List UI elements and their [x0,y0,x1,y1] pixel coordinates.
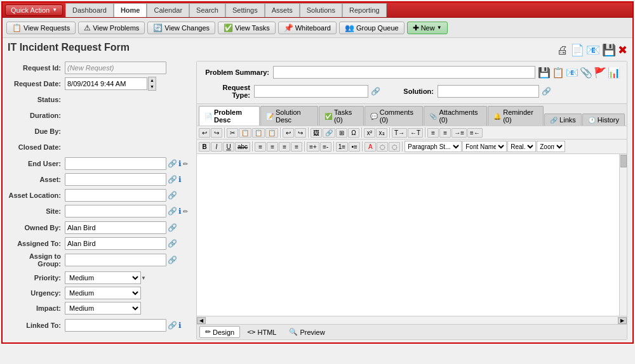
rte-undo2-btn[interactable]: ↩ [283,128,294,138]
flag-icon[interactable]: 🚩 [594,67,606,79]
bottom-tab-preview[interactable]: 🔍 Preview [283,326,330,338]
rte-ol-btn[interactable]: ≡ [427,128,439,138]
solution-link-icon[interactable]: 🔗 [542,87,551,96]
request-type-input[interactable] [254,85,368,98]
print-icon[interactable]: 🖨 [557,44,568,57]
rte-ul-btn[interactable]: ≡ [439,128,451,138]
nav-tab-reporting[interactable]: Reporting [342,3,387,17]
rte-redo2-btn[interactable]: ↪ [295,128,306,138]
rte-cut-btn[interactable]: ✂ [227,128,238,138]
new-button[interactable]: ✚ New ▼ [407,22,448,34]
rte-align-right-btn[interactable]: ≡ [279,142,290,152]
editor-content-area[interactable] [197,154,619,316]
rte-link-btn[interactable]: 🔗 [323,128,335,138]
rte-redo-btn[interactable]: ↪ [211,128,222,138]
asset-link-icon[interactable]: 🔗 [168,175,177,184]
rte-sup-btn[interactable]: x² [364,128,375,138]
nav-tab-search[interactable]: Search [189,3,225,17]
request-date-input[interactable] [65,77,147,90]
paragraph-style-select[interactable]: Paragraph St... [404,141,462,152]
view-requests-button[interactable]: 📋 View Requests [6,22,76,34]
asset-location-link-icon[interactable]: 🔗 [168,191,177,200]
rte-paste-text-btn[interactable]: 📋 [265,128,278,138]
tab-comments[interactable]: 💬 Comments (0) [364,106,424,126]
rte-sub-btn[interactable]: x₂ [376,128,387,138]
asset-location-input[interactable] [65,189,166,202]
rte-paste-btn[interactable]: 📋 [252,128,265,138]
assigned-to-input[interactable] [65,237,166,250]
email-form-icon[interactable]: 📧 [566,67,578,79]
close-icon[interactable]: ✖ [618,43,627,57]
end-user-input[interactable] [65,157,166,170]
owned-by-link-icon[interactable]: 🔗 [168,223,177,232]
rte-align-center-btn[interactable]: ≡ [267,142,278,152]
rte-strikethrough-btn[interactable]: abc [235,142,250,152]
tab-reminder[interactable]: 🔔 Reminder (0) [488,106,544,126]
email-icon[interactable]: 📧 [586,43,600,57]
datetime-spinner[interactable]: ▲ ▼ [148,77,156,91]
rte-img-btn[interactable]: 🖼 [311,128,322,138]
font-size-select[interactable]: Real... [507,141,536,152]
assign-group-input[interactable] [65,254,166,266]
view-problems-button[interactable]: ⚠ View Problems [78,22,145,34]
rte-clear-format-btn[interactable]: ◌ [389,142,400,152]
rte-ol2-btn[interactable]: 1≡ [336,142,348,152]
rte-inc-indent-btn[interactable]: ≡+ [307,142,319,152]
rte-font-color-btn[interactable]: A [364,142,376,152]
rte-outdent-btn[interactable]: ≡← [467,128,483,138]
request-id-input[interactable] [65,62,166,74]
view-tasks-button[interactable]: ✅ View Tasks [218,22,276,34]
assign-group-link-icon[interactable]: 🔗 [168,256,177,264]
rte-undo-btn[interactable]: ↩ [199,128,210,138]
nav-tab-assets[interactable]: Assets [265,3,300,17]
rte-symbol-btn[interactable]: Ω [348,128,359,138]
tab-solution-desc[interactable]: 📝 Solution Desc [260,106,318,126]
rte-rtl-btn[interactable]: ←T [408,128,423,138]
scroll-right-btn[interactable]: ▶ [618,317,627,324]
rte-indent-btn[interactable]: →≡ [451,128,467,138]
rte-highlight-btn[interactable]: ◌ [377,142,388,152]
rte-horizontal-scrollbar[interactable]: ◀ ▶ [197,316,627,324]
rte-underline-btn[interactable]: U [223,142,234,152]
whiteboard-button[interactable]: 📌 Whiteboard [278,22,337,34]
site-edit-icon[interactable]: ✏ [183,208,188,215]
tab-links[interactable]: 🔗 Links [544,114,582,126]
rte-copy-btn[interactable]: 📋 [239,128,251,138]
linked-to-input[interactable] [65,319,166,332]
problem-summary-input[interactable] [273,66,535,79]
scroll-left-btn[interactable]: ◀ [197,317,206,324]
owned-by-input[interactable] [65,221,166,234]
rte-align-justify-btn[interactable]: ≡ [291,142,302,152]
tab-history[interactable]: 🕐 History [582,114,625,126]
spin-up-button[interactable]: ▲ [149,77,156,84]
site-input[interactable] [65,205,166,218]
save-form-icon[interactable]: 💾 [538,67,551,79]
font-name-select[interactable]: Font Name [462,141,507,152]
quick-action-button[interactable]: Quick Action ▼ [5,4,63,16]
nav-tab-settings[interactable]: Settings [225,3,265,17]
nav-tab-home[interactable]: Home [114,3,147,17]
end-user-edit-icon[interactable]: ✏ [183,160,188,167]
bottom-tab-html[interactable]: <> HTML [241,326,282,338]
asset-info-icon[interactable]: ℹ [178,175,182,184]
copy-icon[interactable]: 📄 [570,43,584,57]
rte-ul2-btn[interactable]: •≡ [349,142,360,152]
save-icon[interactable]: 💾 [602,43,616,57]
impact-select[interactable]: Medium Low High Critical [65,302,141,315]
rte-table-btn[interactable]: ⊞ [336,128,347,138]
bottom-tab-design[interactable]: ✏ Design [199,326,240,338]
nav-tab-dashboard[interactable]: Dashboard [65,3,114,17]
linked-to-info-icon[interactable]: ℹ [178,321,182,330]
copy-form-icon[interactable]: 📋 [552,67,565,79]
asset-input[interactable] [65,173,166,186]
tab-tasks[interactable]: ✅ Tasks (0) [319,106,364,126]
attach-icon[interactable]: 📎 [580,67,592,79]
site-info-icon[interactable]: ℹ [178,207,182,216]
tab-problem-desc[interactable]: 📄 Problem Desc [199,106,260,126]
request-type-link-icon[interactable]: 🔗 [371,87,380,96]
view-changes-button[interactable]: 🔄 View Changes [147,22,215,34]
assigned-to-link-icon[interactable]: 🔗 [168,239,177,248]
rte-align-left-btn[interactable]: ≡ [255,142,266,152]
urgency-select[interactable]: Medium Low High Critical [65,287,141,299]
tab-attachments[interactable]: 📎 Attachments (0) [424,106,487,126]
